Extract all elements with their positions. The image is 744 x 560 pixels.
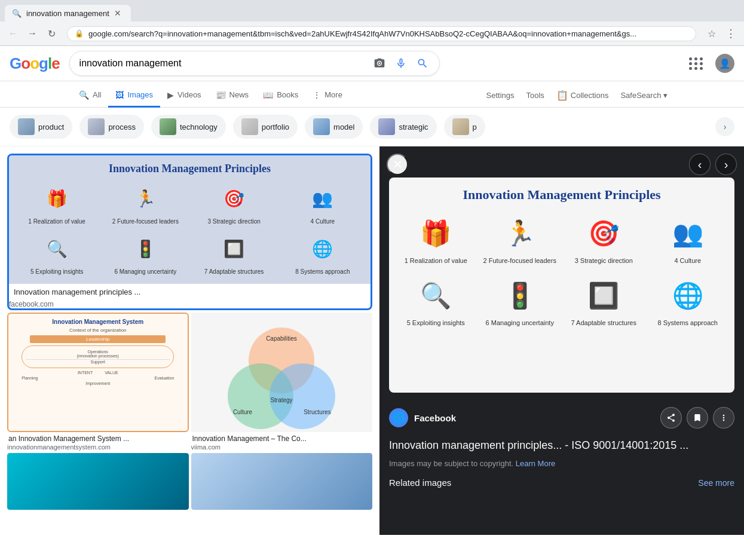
grid-item-venn-source: viima.com <box>191 443 373 451</box>
imp-title-small: Innovation Management Principles <box>109 163 271 175</box>
more-options-button[interactable]: ⋮ <box>722 25 739 42</box>
detail-imp-icon-7: 🔲 <box>580 274 627 316</box>
imp-icon-2: 🏃 <box>127 182 163 215</box>
address-bar[interactable]: 🔒 google.com/search?q=innovation+managem… <box>67 26 696 41</box>
header-right: 👤 <box>687 54 734 73</box>
grid-item-4-image <box>191 453 373 510</box>
collections-link[interactable]: 📋 Collections <box>552 84 614 107</box>
bookmark-button[interactable]: ☆ <box>703 25 720 42</box>
filter-row: product process technology portfolio mod… <box>0 108 744 146</box>
imp-item-1: 🎁 1 Realization of value <box>16 182 97 225</box>
voice-search-button[interactable] <box>394 56 408 71</box>
grid-item-venn[interactable]: Capabilities Culture Structures Strategy… <box>191 313 373 451</box>
grid-item-ims-caption: an Innovation Management System ... <box>7 432 189 443</box>
imp-label-5: 5 Exploiting insights <box>30 268 83 276</box>
grid-item-ims-image: Innovation Management System Context of … <box>7 313 189 432</box>
imp-label-6: 6 Managing uncertainty <box>114 268 176 276</box>
image-grid: Innovation Management Principles 🎁 1 Rea… <box>0 146 379 517</box>
tab-news[interactable]: 📰 News <box>209 84 256 108</box>
tab-books[interactable]: 📖 Books <box>256 84 305 108</box>
tab-all[interactable]: 🔍 All <box>72 84 108 108</box>
chip-portfolio-label: portfolio <box>262 123 289 131</box>
grid-item-3[interactable] <box>7 453 189 510</box>
filter-chip-strategic[interactable]: strategic <box>370 115 436 139</box>
nav-right: Settings Tools 📋 Collections SafeSearch … <box>482 84 672 107</box>
filter-chip-p[interactable]: p <box>444 115 485 139</box>
detail-more-button[interactable] <box>713 407 734 429</box>
imp-grid-small: 🎁 1 Realization of value 🏃 2 Future-focu… <box>16 182 363 276</box>
detail-image: Innovation Management Principles 🎁 1 Rea… <box>389 178 734 393</box>
detail-imp-image-large: Innovation Management Principles 🎁 1 Rea… <box>389 178 734 393</box>
search-button[interactable] <box>415 56 430 71</box>
tab-title: innovation management <box>26 9 109 18</box>
search-bar <box>69 51 440 76</box>
detail-imp-item-7: 🔲 7 Adaptable structures <box>567 274 641 327</box>
search-input[interactable] <box>79 58 365 69</box>
imp-item-4: 👥 4 Culture <box>282 182 363 225</box>
tab-books-label: Books <box>277 90 298 99</box>
google-logo[interactable]: Google <box>10 54 60 73</box>
detail-next-button[interactable]: › <box>715 154 737 175</box>
detail-related-row: Related images See more <box>389 470 734 490</box>
safesearch-link[interactable]: SafeSearch ▾ <box>616 85 672 106</box>
detail-imp-item-4: 👥 4 Culture <box>651 212 725 265</box>
settings-link[interactable]: Settings <box>482 85 519 106</box>
chip-process-label: process <box>108 123 136 131</box>
imp-icon-5: 🔍 <box>39 232 75 265</box>
detail-imp-label-4: 4 Culture <box>674 256 701 265</box>
tab-more[interactable]: ⋮ More <box>305 84 350 108</box>
tools-link[interactable]: Tools <box>522 85 549 106</box>
imp-label-3: 3 Strategic direction <box>207 218 260 225</box>
detail-title: Innovation management principles... - IS… <box>389 433 734 457</box>
imp-item-7: 🔲 7 Adaptable structures <box>194 232 275 276</box>
detail-imp-icon-3: 🎯 <box>580 212 627 254</box>
filter-chip-product[interactable]: product <box>10 115 72 139</box>
detail-prev-button[interactable]: ‹ <box>689 154 711 175</box>
detail-imp-grid: 🎁 1 Realization of value 🏃 2 Future-focu… <box>399 212 725 328</box>
selected-result[interactable]: Innovation Management Principles 🎁 1 Rea… <box>7 154 372 310</box>
chips-next-arrow[interactable]: › <box>715 117 734 136</box>
imp-item-3: 🎯 3 Strategic direction <box>194 182 275 225</box>
filter-chip-process[interactable]: process <box>79 115 144 139</box>
apps-grid-button[interactable] <box>687 55 706 72</box>
lock-icon: 🔒 <box>75 29 84 38</box>
detail-nav: ‹ › <box>689 154 737 175</box>
selected-result-caption: Innovation management principles ... <box>9 284 371 300</box>
detail-bottom: 🌐 Facebook Innovation management <box>379 402 744 500</box>
grid-item-ims[interactable]: Innovation Management System Context of … <box>7 313 189 451</box>
browser-tab[interactable]: 🔍 innovation management ✕ <box>5 5 131 22</box>
forward-button[interactable]: → <box>24 25 41 42</box>
detail-imp-icon-1: 🎁 <box>412 212 460 254</box>
share-button[interactable] <box>660 407 682 429</box>
filter-chip-model[interactable]: model <box>305 115 363 139</box>
grid-row-2 <box>7 453 372 510</box>
tab-images[interactable]: 🖼 Images <box>108 84 160 108</box>
imp-icon-6: 🚦 <box>127 232 163 265</box>
user-avatar[interactable]: 👤 <box>715 54 734 73</box>
tab-videos[interactable]: ▶ Videos <box>160 84 209 108</box>
filter-chip-portfolio[interactable]: portfolio <box>233 115 298 139</box>
chip-strategic-label: strategic <box>399 123 428 131</box>
reload-button[interactable]: ↻ <box>43 25 60 42</box>
chip-product-label: product <box>38 123 64 131</box>
detail-imp-icon-5: 🔍 <box>412 274 460 316</box>
detail-imp-icon-4: 👥 <box>664 212 712 254</box>
grid-item-4[interactable] <box>191 453 373 510</box>
left-panel: Innovation Management Principles 🎁 1 Rea… <box>0 146 379 535</box>
tab-close[interactable]: ✕ <box>114 8 121 18</box>
selected-result-source: facebook.com <box>9 300 371 308</box>
see-more-link[interactable]: See more <box>698 478 734 488</box>
videos-icon: ▶ <box>167 90 174 100</box>
imp-icon-8: 🌐 <box>305 232 341 265</box>
save-button[interactable] <box>687 407 708 429</box>
camera-search-button[interactable] <box>372 56 387 71</box>
back-button[interactable]: ← <box>5 25 22 42</box>
tab-news-label: News <box>229 90 249 99</box>
books-icon: 📖 <box>263 90 273 100</box>
filter-chip-technology[interactable]: technology <box>151 115 226 139</box>
chip-model-label: model <box>333 123 354 131</box>
url-text: google.com/search?q=innovation+managemen… <box>88 29 688 38</box>
learn-more-link[interactable]: Learn More <box>516 459 555 468</box>
detail-close-button[interactable]: ✕ <box>387 154 408 175</box>
detail-actions <box>660 407 734 429</box>
